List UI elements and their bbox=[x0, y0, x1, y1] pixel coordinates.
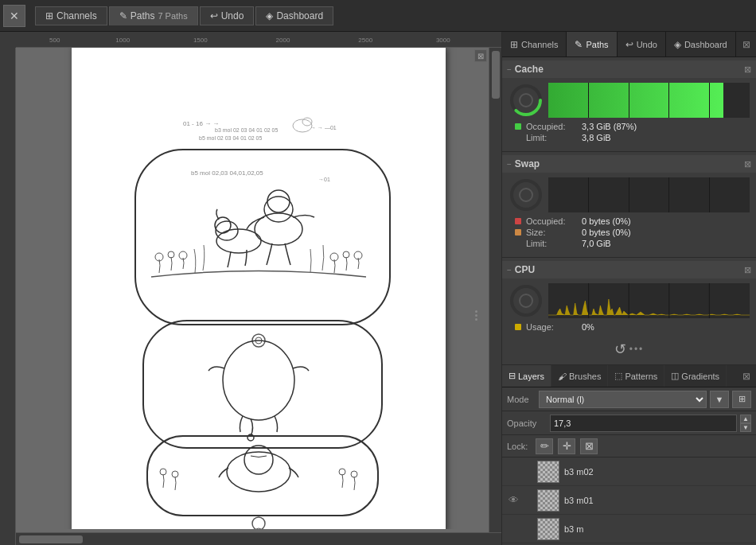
opacity-input[interactable] bbox=[550, 415, 737, 432]
tab-channels[interactable]: ⊞ Channels bbox=[35, 6, 107, 25]
svg-text:b3 mol 02 03 04 01 02 05: b3 mol 02 03 04 01 02 05 bbox=[215, 127, 279, 133]
cache-occupied-dot bbox=[515, 123, 521, 130]
layer-thumbnail-b3m bbox=[537, 518, 559, 540]
mode-select[interactable]: Normal (l) Multiply Screen Overlay bbox=[539, 391, 707, 408]
scrollbar-horizontal[interactable] bbox=[16, 532, 501, 545]
swap-limit-dot bbox=[515, 240, 521, 247]
canvas-collapse-button[interactable]: ⊠ bbox=[474, 49, 487, 62]
tab-dashboard[interactable]: ◈ Dashboard bbox=[255, 6, 333, 25]
cache-section-title: Cache bbox=[515, 64, 744, 75]
swap-size-value: 0 bytes (0%) bbox=[582, 228, 631, 237]
swap-size-dot bbox=[515, 229, 521, 236]
swap-occupied-dot bbox=[515, 218, 521, 224]
patterns-tab-label: Patterns bbox=[625, 372, 657, 381]
paths-panel-icon: ✎ bbox=[575, 39, 583, 50]
drawing-illustration: 01 - 16 → → b3 mol 02 03 04 01 02 05 b5 … bbox=[72, 48, 446, 529]
layer-thumb-checker bbox=[538, 461, 559, 482]
swap-occupied-value: 0 bytes (0%) bbox=[582, 216, 631, 226]
panel-expand-button[interactable]: ⊠ bbox=[737, 32, 756, 56]
mode-dropdown-button[interactable]: ▼ bbox=[710, 391, 729, 408]
svg-text:b5 mol 02 03 04 01 02 05: b5 mol 02 03 04 01 02 05 bbox=[199, 135, 263, 141]
cpu-usage-value: 0% bbox=[582, 322, 594, 332]
cache-expand-button[interactable]: ⊠ bbox=[744, 64, 751, 75]
cpu-usage-label: Usage: bbox=[526, 322, 582, 332]
tab-patterns[interactable]: ⬚ Patterns bbox=[608, 365, 664, 387]
lock-alpha-button[interactable]: ⊠ bbox=[580, 438, 598, 454]
layers-tabs: ⊟ Layers 🖌 Brushes ⬚ Patterns ◫ Gradient… bbox=[502, 365, 756, 387]
cache-bar-chart bbox=[548, 83, 750, 118]
layer-visibility-b3m01[interactable]: 👁 bbox=[505, 494, 521, 506]
swap-collapse-icon[interactable]: − bbox=[507, 160, 512, 169]
cache-gauge bbox=[509, 83, 544, 118]
layer-name-b3m: b3 m bbox=[563, 524, 753, 534]
tab-undo-label: Undo bbox=[221, 10, 244, 21]
layer-item[interactable]: 👁 b3 m02 bbox=[502, 457, 756, 486]
cpu-gauge bbox=[509, 283, 544, 318]
swap-expand-button[interactable]: ⊠ bbox=[744, 159, 751, 169]
tab-channels-label: Channels bbox=[57, 10, 97, 21]
lock-paint-button[interactable]: ✏ bbox=[536, 438, 553, 454]
tab-undo[interactable]: ↩ Undo bbox=[200, 6, 255, 25]
lock-move-button[interactable]: ✛ bbox=[558, 438, 575, 454]
cache-collapse-icon[interactable]: − bbox=[507, 65, 512, 74]
svg-point-42 bbox=[520, 294, 532, 307]
canvas-area: 500 1000 1500 2000 2500 3000 01 - 16 → → bbox=[0, 32, 501, 545]
layers-expand-button[interactable]: ⊠ bbox=[737, 371, 756, 382]
close-button[interactable]: ✕ bbox=[3, 5, 25, 27]
paths-icon: ✎ bbox=[119, 10, 127, 21]
cpu-chart-row bbox=[509, 283, 750, 318]
patterns-tab-icon: ⬚ bbox=[614, 371, 622, 381]
cache-occupied-value: 3,3 GiB (87%) bbox=[582, 122, 637, 131]
right-panel: ⊞ Channels ✎ Paths ↩ Undo ◈ Dashboard ⊠ … bbox=[501, 32, 756, 545]
scrollbar-thumb-h[interactable] bbox=[19, 535, 83, 543]
layer-visibility-b3m02[interactable]: 👁 bbox=[505, 465, 521, 477]
dashboard-panel-icon: ◈ bbox=[674, 39, 681, 50]
tab-undo-panel[interactable]: ↩ Undo bbox=[618, 32, 666, 56]
layer-visibility-b3m[interactable]: 👁 bbox=[505, 523, 521, 535]
svg-text:01 - 16 → →: 01 - 16 → → bbox=[183, 120, 219, 127]
scrollbar-thumb-v[interactable] bbox=[492, 51, 500, 99]
layer-name-b3m01: b3 m01 bbox=[563, 496, 753, 505]
main-area: 500 1000 1500 2000 2500 3000 01 - 16 → → bbox=[0, 32, 756, 545]
cache-limit-label: Limit: bbox=[526, 133, 582, 142]
top-bar: ✕ ⊞ Channels ✎ Paths 7 Paths ↩ Undo ◈ Da… bbox=[0, 0, 756, 32]
tab-channels-panel[interactable]: ⊞ Channels bbox=[502, 32, 567, 56]
swap-section-header: − Swap ⊠ bbox=[502, 155, 756, 173]
tab-dashboard-panel[interactable]: ◈ Dashboard bbox=[666, 32, 736, 56]
tab-paths-panel[interactable]: ✎ Paths bbox=[567, 32, 617, 56]
cpu-bar-chart bbox=[548, 283, 750, 318]
layer-item[interactable]: 👁 b3 m01 bbox=[502, 486, 756, 515]
cpu-collapse-icon[interactable]: − bbox=[507, 266, 512, 274]
opacity-up-button[interactable]: ▲ bbox=[740, 415, 751, 423]
more-options-button[interactable]: ••• bbox=[629, 344, 645, 355]
panel-resize-handle[interactable] bbox=[475, 310, 477, 321]
scrollbar-vertical[interactable] bbox=[489, 48, 501, 532]
svg-point-41 bbox=[512, 286, 540, 315]
top-tabs: ⊞ Channels ✎ Paths 7 Paths ↩ Undo ◈ Dash… bbox=[35, 6, 333, 25]
lock-row: Lock: ✏ ✛ ⊠ bbox=[502, 435, 756, 457]
cpu-expand-button[interactable]: ⊠ bbox=[744, 265, 751, 275]
refresh-button[interactable]: ↺ bbox=[614, 341, 626, 358]
cpu-stat-usage: Usage: 0% bbox=[509, 321, 750, 333]
tab-paths-label: Paths bbox=[131, 10, 155, 21]
ruler-vertical bbox=[0, 48, 16, 545]
swap-stat-limit: Limit: 7,0 GiB bbox=[509, 238, 750, 249]
mode-extra-button[interactable]: ⊞ bbox=[732, 391, 751, 408]
layer-thumbnail-b3m02 bbox=[537, 461, 559, 483]
opacity-down-button[interactable]: ▼ bbox=[740, 423, 751, 432]
tab-brushes[interactable]: 🖌 Brushes bbox=[551, 365, 608, 387]
tab-gradients[interactable]: ◫ Gradients bbox=[664, 365, 727, 387]
cache-stat-occupied: Occupied: 3,3 GiB (87%) bbox=[509, 121, 750, 132]
undo-panel-icon: ↩ bbox=[625, 39, 633, 50]
channels-icon: ⊞ bbox=[45, 10, 53, 21]
opacity-label: Opacity bbox=[507, 418, 547, 428]
close-icon: ✕ bbox=[10, 10, 19, 22]
swap-chart-container: Occupied: 0 bytes (0%) Size: 0 bytes (0%… bbox=[502, 173, 756, 254]
svg-point-39 bbox=[512, 181, 540, 209]
layer-item[interactable]: 👁 b3 m bbox=[502, 515, 756, 543]
drawing-canvas: 01 - 16 → → b3 mol 02 03 04 01 02 05 b5 … bbox=[72, 48, 446, 529]
tab-layers[interactable]: ⊟ Layers bbox=[502, 365, 551, 387]
tab-paths[interactable]: ✎ Paths 7 Paths bbox=[109, 6, 198, 25]
channels-panel-icon: ⊞ bbox=[510, 39, 518, 50]
swap-stat-occupied: Occupied: 0 bytes (0%) bbox=[509, 216, 750, 227]
